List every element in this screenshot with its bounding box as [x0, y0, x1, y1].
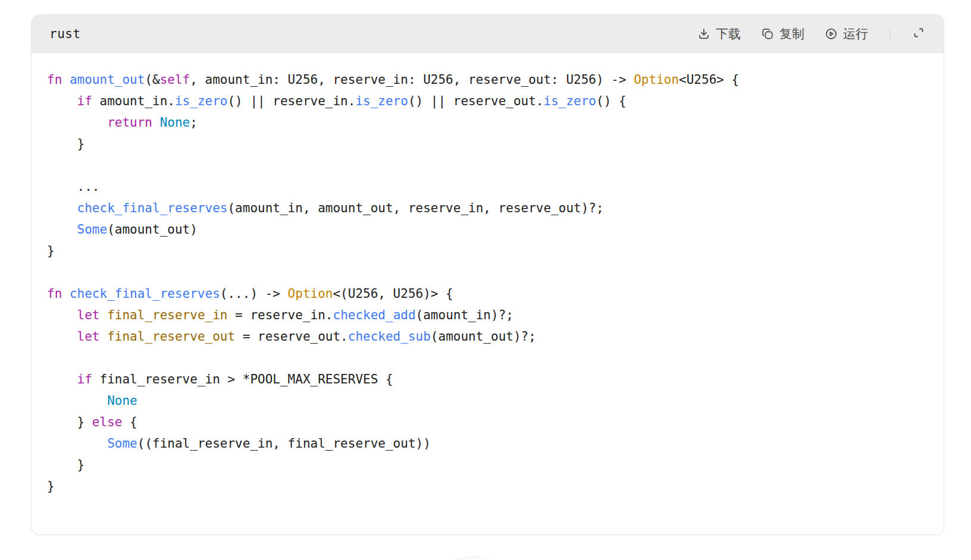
code-line: let final_reserve_out = reserve_out.chec…	[47, 326, 926, 347]
code-line	[47, 262, 926, 283]
code-line: } else {	[47, 411, 926, 433]
code-line: }	[47, 133, 926, 155]
header-actions: 下载 复制 运行	[697, 26, 926, 42]
code-line: return None;	[47, 112, 926, 133]
code-line: if amount_in.is_zero() || reserve_in.is_…	[47, 90, 926, 112]
copy-button[interactable]: 复制	[761, 26, 804, 42]
run-button[interactable]: 运行	[825, 26, 868, 42]
copy-label: 复制	[779, 26, 804, 42]
language-label: rust	[49, 27, 81, 41]
code-line: ...	[47, 176, 926, 197]
code-line: fn amount_out(&self, amount_in: U256, re…	[47, 69, 926, 90]
download-button[interactable]: 下载	[697, 26, 741, 42]
floating-button-partial[interactable]	[434, 556, 512, 560]
code-line: fn check_final_reserves(...) -> Option<(…	[47, 283, 926, 304]
expand-icon	[912, 26, 926, 42]
code-block-card: rust 下载	[31, 14, 944, 535]
download-label: 下载	[716, 26, 741, 42]
run-label: 运行	[843, 26, 868, 42]
code-line	[47, 155, 926, 176]
copy-icon	[761, 27, 774, 40]
code-block-header: rust 下载	[32, 15, 944, 53]
run-icon	[825, 27, 838, 40]
code-line: }	[47, 476, 926, 497]
header-divider	[889, 26, 890, 42]
code-line: let final_reserve_in = reserve_in.checke…	[47, 304, 926, 326]
code-line: if final_reserve_in > *POOL_MAX_RESERVES…	[47, 369, 926, 390]
code-line: Some(amount_out)	[47, 219, 926, 240]
expand-button[interactable]	[912, 26, 926, 42]
code-line: check_final_reserves(amount_in, amount_o…	[47, 197, 926, 219]
code-area: fn amount_out(&self, amount_in: U256, re…	[32, 53, 944, 497]
code-line: }	[47, 454, 926, 476]
code-line	[47, 347, 926, 369]
code-line: Some((final_reserve_in, final_reserve_ou…	[47, 433, 926, 454]
code-line: }	[47, 240, 926, 262]
code-line: None	[47, 390, 926, 411]
download-icon	[697, 27, 710, 40]
